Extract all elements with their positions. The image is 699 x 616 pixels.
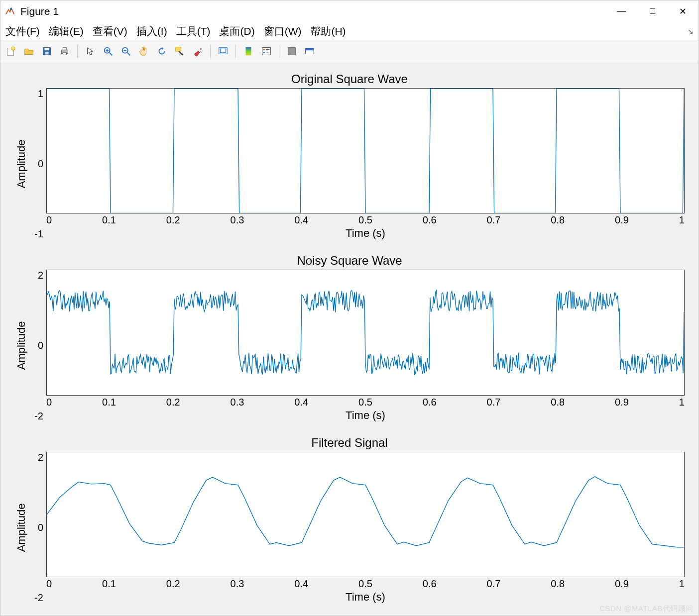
svg-rect-28 — [306, 48, 314, 50]
axes[interactable] — [46, 452, 685, 577]
subplot-2: Filtered SignalAmplitude20-200.10.20.30.… — [14, 436, 685, 604]
plot-area: Original Square WaveAmplitude10-100.10.2… — [0, 62, 699, 616]
menu-file[interactable]: 文件(F) — [5, 24, 40, 38]
axes[interactable] — [46, 270, 685, 395]
subplot-title: Noisy Square Wave — [297, 254, 402, 268]
svg-rect-16 — [176, 47, 181, 51]
svg-rect-19 — [221, 49, 226, 52]
svg-rect-21 — [262, 47, 271, 55]
data-cursor-button[interactable] — [172, 44, 187, 59]
zoom-out-button[interactable] — [118, 44, 133, 59]
xlabel: Time (s) — [46, 227, 685, 240]
xlabel: Time (s) — [46, 591, 685, 604]
svg-line-10 — [110, 52, 113, 55]
window-title: Figure 1 — [20, 5, 59, 17]
legend-button[interactable] — [259, 44, 274, 59]
toolbar — [0, 40, 699, 62]
figure-window: Figure 1 — □ ✕ 文件(F) 编辑(E) 查看(V) 插入(I) 工… — [0, 0, 699, 616]
pan-button[interactable] — [136, 44, 151, 59]
yticks: 20-2 — [28, 270, 46, 421]
svg-rect-26 — [288, 47, 296, 55]
rotate-button[interactable] — [154, 44, 169, 59]
svg-rect-5 — [45, 51, 48, 54]
xticks: 00.10.20.30.40.50.60.70.80.91 — [46, 578, 685, 590]
yticks: 10-1 — [28, 88, 46, 240]
matlab-icon — [4, 6, 15, 17]
pointer-button[interactable] — [83, 44, 98, 59]
titlebar: Figure 1 — □ ✕ — [0, 0, 699, 22]
svg-rect-8 — [63, 52, 66, 55]
svg-rect-23 — [263, 51, 265, 53]
open-button[interactable] — [21, 44, 36, 59]
menu-edit[interactable]: 编辑(E) — [49, 24, 84, 38]
dock-icon[interactable]: ↘ — [688, 27, 694, 35]
menu-view[interactable]: 查看(V) — [93, 24, 127, 38]
close-button[interactable]: ✕ — [679, 6, 687, 17]
svg-point-17 — [182, 53, 184, 55]
brush-button[interactable] — [190, 44, 205, 59]
svg-rect-20 — [246, 47, 251, 55]
svg-point-0 — [10, 8, 12, 10]
menu-tools[interactable]: 工具(T) — [176, 24, 211, 38]
maximize-button[interactable]: □ — [650, 6, 655, 17]
colorbar-button[interactable] — [241, 44, 256, 59]
svg-rect-22 — [263, 49, 265, 50]
yticks: 20-2 — [28, 452, 46, 604]
menu-insert[interactable]: 插入(I) — [136, 24, 167, 38]
xticks: 00.10.20.30.40.50.60.70.80.91 — [46, 397, 685, 408]
watermark: CSDN @MATLAB代码顾问 — [599, 604, 694, 614]
menubar: 文件(F) 编辑(E) 查看(V) 插入(I) 工具(T) 桌面(D) 窗口(W… — [0, 22, 699, 40]
subplot-title: Filtered Signal — [311, 436, 387, 450]
svg-line-14 — [127, 52, 130, 55]
show-tools-button[interactable] — [302, 44, 317, 59]
xticks: 00.10.20.30.40.50.60.70.80.91 — [46, 214, 685, 226]
ylabel: Amplitude — [14, 88, 28, 240]
subplot-title: Original Square Wave — [291, 72, 408, 86]
svg-rect-7 — [63, 47, 66, 50]
minimize-button[interactable]: — — [617, 6, 626, 17]
xlabel: Time (s) — [46, 409, 685, 422]
svg-rect-4 — [44, 48, 49, 50]
ylabel: Amplitude — [14, 452, 28, 604]
menu-help[interactable]: 帮助(H) — [310, 24, 346, 38]
axes[interactable] — [46, 88, 685, 213]
hide-tools-button[interactable] — [284, 44, 299, 59]
ylabel: Amplitude — [14, 270, 28, 421]
new-figure-button[interactable] — [3, 44, 18, 59]
menu-desktop[interactable]: 桌面(D) — [219, 24, 254, 38]
zoom-in-button[interactable] — [101, 44, 116, 59]
svg-point-2 — [11, 46, 15, 50]
menu-window[interactable]: 窗口(W) — [264, 24, 302, 38]
subplot-0: Original Square WaveAmplitude10-100.10.2… — [14, 72, 685, 240]
link-button[interactable] — [216, 44, 231, 59]
print-button[interactable] — [57, 44, 72, 59]
save-button[interactable] — [39, 44, 54, 59]
subplot-1: Noisy Square WaveAmplitude20-200.10.20.3… — [14, 254, 685, 421]
